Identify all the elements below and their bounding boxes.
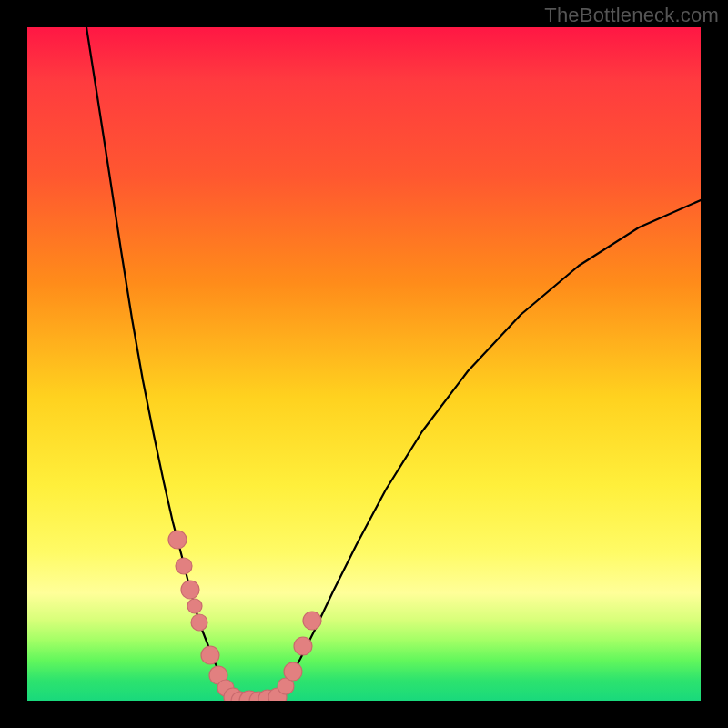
curve-svg	[27, 27, 701, 701]
marker-dot	[284, 662, 302, 681]
marker-dot	[201, 646, 219, 664]
chart-frame: TheBottleneck.com	[0, 0, 728, 728]
bottleneck-curve	[86, 27, 701, 701]
plot-area	[27, 27, 701, 701]
marker-dots	[168, 531, 321, 701]
marker-dot	[168, 531, 187, 549]
marker-dot	[294, 637, 312, 655]
watermark-text: TheBottleneck.com	[544, 4, 719, 27]
marker-dot	[191, 614, 207, 631]
marker-dot	[187, 599, 202, 613]
marker-dot	[176, 558, 192, 574]
marker-dot	[303, 612, 321, 630]
marker-dot	[181, 581, 199, 599]
